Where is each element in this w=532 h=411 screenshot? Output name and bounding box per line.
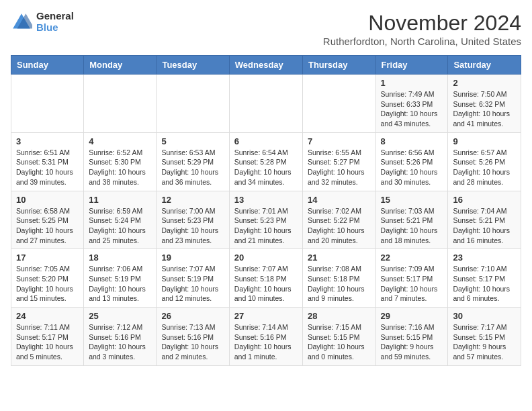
calendar-cell	[302, 75, 375, 133]
day-number: 29	[381, 311, 443, 321]
calendar-cell: 29Sunrise: 7:16 AM Sunset: 5:15 PM Dayli…	[375, 308, 448, 366]
calendar-cell: 9Sunrise: 6:57 AM Sunset: 5:26 PM Daylig…	[448, 132, 521, 191]
calendar-week-row: 17Sunrise: 7:05 AM Sunset: 5:20 PM Dayli…	[11, 249, 521, 308]
calendar-cell: 4Sunrise: 6:52 AM Sunset: 5:30 PM Daylig…	[84, 132, 157, 191]
day-info: Sunrise: 7:04 AM Sunset: 5:21 PM Dayligh…	[453, 206, 516, 246]
logo-icon	[11, 11, 32, 33]
day-number: 6	[234, 136, 298, 146]
day-number: 9	[453, 136, 516, 146]
day-number: 28	[308, 311, 371, 321]
day-info: Sunrise: 6:56 AM Sunset: 5:26 PM Dayligh…	[381, 148, 443, 187]
calendar-cell: 19Sunrise: 7:07 AM Sunset: 5:19 PM Dayli…	[157, 249, 229, 308]
calendar-cell: 25Sunrise: 7:12 AM Sunset: 5:16 PM Dayli…	[84, 308, 157, 366]
calendar-cell: 5Sunrise: 6:53 AM Sunset: 5:29 PM Daylig…	[157, 132, 229, 191]
weekday-header: Monday	[84, 56, 157, 75]
day-number: 10	[16, 195, 79, 205]
day-info: Sunrise: 6:57 AM Sunset: 5:26 PM Dayligh…	[453, 148, 516, 187]
calendar-cell: 7Sunrise: 6:55 AM Sunset: 5:27 PM Daylig…	[302, 132, 375, 191]
weekday-header: Tuesday	[157, 56, 229, 75]
location-subtitle: Rutherfordton, North Carolina, United St…	[323, 36, 521, 47]
day-number: 15	[381, 195, 443, 205]
logo-text: General Blue	[36, 11, 74, 33]
day-info: Sunrise: 7:05 AM Sunset: 5:20 PM Dayligh…	[16, 264, 79, 304]
day-info: Sunrise: 6:53 AM Sunset: 5:29 PM Dayligh…	[161, 148, 224, 187]
day-info: Sunrise: 7:11 AM Sunset: 5:17 PM Dayligh…	[16, 322, 79, 362]
calendar-cell: 14Sunrise: 7:02 AM Sunset: 5:22 PM Dayli…	[302, 191, 375, 249]
day-number: 21	[308, 253, 371, 263]
calendar-week-row: 1Sunrise: 7:49 AM Sunset: 6:33 PM Daylig…	[11, 75, 521, 133]
day-number: 24	[16, 311, 79, 321]
calendar-cell: 23Sunrise: 7:10 AM Sunset: 5:17 PM Dayli…	[448, 249, 521, 308]
logo-blue-label: Blue	[36, 22, 74, 34]
day-number: 16	[453, 195, 516, 205]
day-number: 30	[453, 311, 516, 321]
day-number: 20	[234, 253, 298, 263]
day-number: 3	[16, 136, 79, 146]
day-number: 12	[161, 195, 224, 205]
calendar-header-row: SundayMondayTuesdayWednesdayThursdayFrid…	[11, 56, 521, 75]
day-info: Sunrise: 6:55 AM Sunset: 5:27 PM Dayligh…	[308, 148, 371, 187]
calendar-cell: 15Sunrise: 7:03 AM Sunset: 5:21 PM Dayli…	[375, 191, 448, 249]
day-number: 22	[381, 253, 443, 263]
calendar-cell: 24Sunrise: 7:11 AM Sunset: 5:17 PM Dayli…	[11, 308, 84, 366]
day-number: 23	[453, 253, 516, 263]
month-title: November 2024	[323, 11, 521, 36]
calendar-cell: 16Sunrise: 7:04 AM Sunset: 5:21 PM Dayli…	[448, 191, 521, 249]
day-info: Sunrise: 7:02 AM Sunset: 5:22 PM Dayligh…	[308, 206, 371, 246]
day-info: Sunrise: 7:08 AM Sunset: 5:18 PM Dayligh…	[308, 264, 371, 304]
day-info: Sunrise: 7:01 AM Sunset: 5:23 PM Dayligh…	[234, 206, 298, 246]
calendar-cell: 21Sunrise: 7:08 AM Sunset: 5:18 PM Dayli…	[302, 249, 375, 308]
calendar-cell	[229, 75, 302, 133]
day-number: 4	[89, 136, 151, 146]
calendar-cell: 20Sunrise: 7:07 AM Sunset: 5:18 PM Dayli…	[229, 249, 302, 308]
day-number: 25	[89, 311, 151, 321]
day-number: 11	[89, 195, 151, 205]
calendar-cell: 27Sunrise: 7:14 AM Sunset: 5:16 PM Dayli…	[229, 308, 302, 366]
day-info: Sunrise: 7:12 AM Sunset: 5:16 PM Dayligh…	[89, 322, 151, 362]
calendar-cell: 18Sunrise: 7:06 AM Sunset: 5:19 PM Dayli…	[84, 249, 157, 308]
day-number: 17	[16, 253, 79, 263]
day-info: Sunrise: 6:59 AM Sunset: 5:24 PM Dayligh…	[89, 206, 151, 246]
day-info: Sunrise: 7:50 AM Sunset: 6:32 PM Dayligh…	[453, 89, 516, 129]
logo: General Blue	[11, 11, 74, 33]
day-number: 14	[308, 195, 371, 205]
calendar-week-row: 3Sunrise: 6:51 AM Sunset: 5:31 PM Daylig…	[11, 132, 521, 191]
calendar-cell	[11, 75, 84, 133]
calendar-cell: 30Sunrise: 7:17 AM Sunset: 5:15 PM Dayli…	[448, 308, 521, 366]
day-info: Sunrise: 7:06 AM Sunset: 5:19 PM Dayligh…	[89, 264, 151, 304]
day-number: 2	[453, 78, 516, 88]
weekday-header: Friday	[375, 56, 448, 75]
calendar-table: SundayMondayTuesdayWednesdayThursdayFrid…	[11, 55, 521, 366]
weekday-header: Wednesday	[229, 56, 302, 75]
day-info: Sunrise: 7:09 AM Sunset: 5:17 PM Dayligh…	[381, 264, 443, 304]
day-info: Sunrise: 7:17 AM Sunset: 5:15 PM Dayligh…	[453, 322, 516, 362]
calendar-cell	[157, 75, 229, 133]
day-number: 19	[161, 253, 224, 263]
day-info: Sunrise: 6:51 AM Sunset: 5:31 PM Dayligh…	[16, 148, 79, 187]
day-info: Sunrise: 7:16 AM Sunset: 5:15 PM Dayligh…	[381, 322, 443, 362]
calendar-cell: 11Sunrise: 6:59 AM Sunset: 5:24 PM Dayli…	[84, 191, 157, 249]
calendar-week-row: 10Sunrise: 6:58 AM Sunset: 5:25 PM Dayli…	[11, 191, 521, 249]
day-number: 13	[234, 195, 298, 205]
calendar-cell: 22Sunrise: 7:09 AM Sunset: 5:17 PM Dayli…	[375, 249, 448, 308]
calendar-week-row: 24Sunrise: 7:11 AM Sunset: 5:17 PM Dayli…	[11, 308, 521, 366]
day-number: 5	[161, 136, 224, 146]
calendar-cell: 8Sunrise: 6:56 AM Sunset: 5:26 PM Daylig…	[375, 132, 448, 191]
day-info: Sunrise: 7:15 AM Sunset: 5:15 PM Dayligh…	[308, 322, 371, 362]
day-info: Sunrise: 7:03 AM Sunset: 5:21 PM Dayligh…	[381, 206, 443, 246]
day-number: 26	[161, 311, 224, 321]
day-number: 1	[381, 78, 443, 88]
weekday-header: Sunday	[11, 56, 84, 75]
title-block: November 2024 Rutherfordton, North Carol…	[323, 11, 521, 47]
calendar-cell: 26Sunrise: 7:13 AM Sunset: 5:16 PM Dayli…	[157, 308, 229, 366]
day-number: 27	[234, 311, 298, 321]
day-number: 18	[89, 253, 151, 263]
day-info: Sunrise: 7:13 AM Sunset: 5:16 PM Dayligh…	[161, 322, 224, 362]
calendar-cell: 28Sunrise: 7:15 AM Sunset: 5:15 PM Dayli…	[302, 308, 375, 366]
day-info: Sunrise: 7:00 AM Sunset: 5:23 PM Dayligh…	[161, 206, 224, 246]
day-info: Sunrise: 7:07 AM Sunset: 5:19 PM Dayligh…	[161, 264, 224, 304]
calendar-cell: 2Sunrise: 7:50 AM Sunset: 6:32 PM Daylig…	[448, 75, 521, 133]
weekday-header: Saturday	[448, 56, 521, 75]
calendar-cell: 12Sunrise: 7:00 AM Sunset: 5:23 PM Dayli…	[157, 191, 229, 249]
calendar-cell: 3Sunrise: 6:51 AM Sunset: 5:31 PM Daylig…	[11, 132, 84, 191]
